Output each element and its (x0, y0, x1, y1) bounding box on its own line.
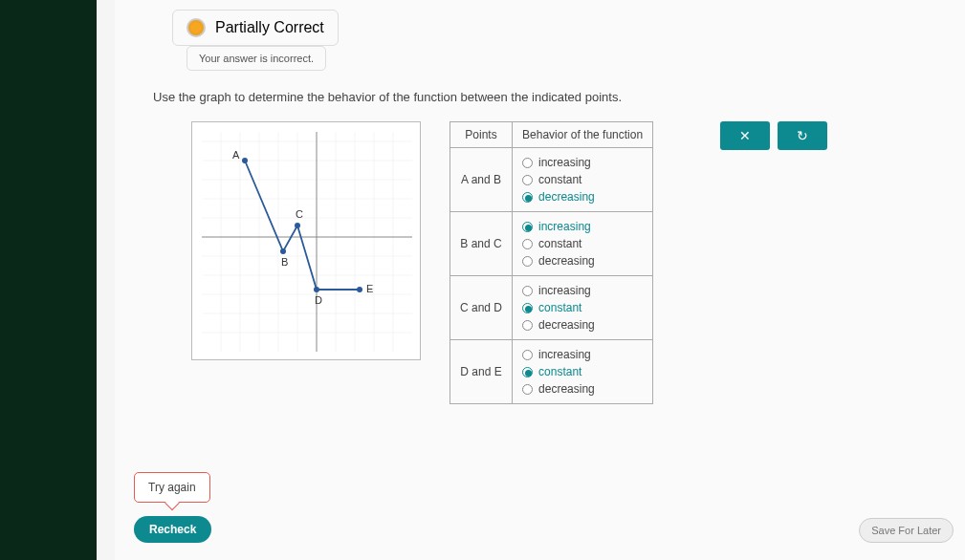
radio-option-increasing[interactable]: increasing (522, 282, 643, 299)
radio-icon (522, 350, 533, 360)
radio-label: increasing (538, 284, 591, 297)
status-title: Partially Correct (215, 19, 324, 36)
radio-label: increasing (538, 156, 591, 169)
radio-option-constant[interactable]: constant (522, 171, 643, 188)
radio-icon (522, 222, 533, 232)
radio-label: constant (538, 173, 581, 186)
graph-svg: A B C D E (192, 122, 422, 361)
row-label: A and B (450, 148, 513, 212)
row-label: C and D (450, 276, 513, 340)
header-points: Points (450, 122, 513, 148)
row-options: increasingconstantdecreasing (513, 340, 653, 404)
radio-option-decreasing[interactable]: decreasing (522, 188, 643, 205)
status-subtitle: Your answer is incorrect. (186, 46, 326, 71)
radio-label: decreasing (538, 190, 595, 204)
clear-button[interactable]: ✕ (720, 121, 770, 150)
radio-icon (522, 320, 533, 331)
radio-icon (522, 158, 533, 168)
reset-button[interactable]: ↻ (778, 121, 827, 150)
radio-option-constant[interactable]: constant (522, 363, 643, 380)
svg-point-24 (314, 287, 319, 292)
svg-point-21 (242, 158, 248, 163)
status-header: Partially Correct (172, 10, 339, 46)
point-label-e: E (366, 283, 373, 294)
radio-icon (522, 384, 533, 395)
radio-icon (522, 286, 533, 296)
point-label-c: C (296, 208, 303, 220)
row-options: increasingconstantdecreasing (513, 276, 653, 340)
radio-label: decreasing (538, 318, 595, 332)
x-icon: ✕ (739, 128, 751, 143)
radio-icon (522, 303, 533, 313)
radio-label: decreasing (538, 254, 595, 268)
radio-icon (522, 175, 533, 185)
radio-label: constant (538, 365, 581, 378)
radio-label: constant (538, 301, 581, 314)
point-label-b: B (281, 256, 288, 268)
try-again-button[interactable]: Try again (134, 472, 210, 503)
radio-label: increasing (538, 220, 591, 233)
radio-option-decreasing[interactable]: decreasing (522, 316, 643, 334)
radio-option-decreasing[interactable]: decreasing (522, 380, 643, 398)
partial-correct-icon (186, 18, 206, 37)
svg-point-22 (280, 248, 286, 254)
radio-icon (522, 192, 533, 203)
svg-point-25 (357, 287, 362, 292)
radio-option-constant[interactable]: constant (522, 299, 643, 316)
radio-icon (522, 256, 533, 267)
point-label-a: A (232, 149, 240, 161)
row-label: B and C (450, 212, 513, 276)
svg-point-23 (295, 223, 300, 228)
function-graph: A B C D E (191, 121, 421, 360)
radio-icon (522, 239, 533, 249)
radio-option-constant[interactable]: constant (522, 235, 643, 252)
radio-option-decreasing[interactable]: decreasing (522, 252, 643, 269)
question-text: Use the graph to determine the behavior … (153, 90, 946, 104)
radio-option-increasing[interactable]: increasing (522, 218, 643, 235)
save-for-later-button[interactable]: Save For Later (859, 518, 954, 543)
recheck-button[interactable]: Recheck (134, 516, 211, 543)
row-options: increasingconstantdecreasing (513, 148, 653, 212)
radio-label: constant (538, 237, 581, 250)
behavior-table: Points Behavior of the function A and Bi… (450, 121, 653, 404)
radio-option-increasing[interactable]: increasing (522, 154, 643, 171)
point-label-d: D (315, 294, 322, 306)
row-options: increasingconstantdecreasing (513, 212, 653, 276)
reset-icon: ↻ (797, 128, 808, 143)
radio-option-increasing[interactable]: increasing (522, 346, 643, 363)
radio-label: increasing (538, 348, 591, 361)
row-label: D and E (450, 340, 513, 404)
radio-label: decreasing (538, 382, 595, 396)
header-behavior: Behavior of the function (513, 122, 653, 148)
radio-icon (522, 367, 533, 377)
